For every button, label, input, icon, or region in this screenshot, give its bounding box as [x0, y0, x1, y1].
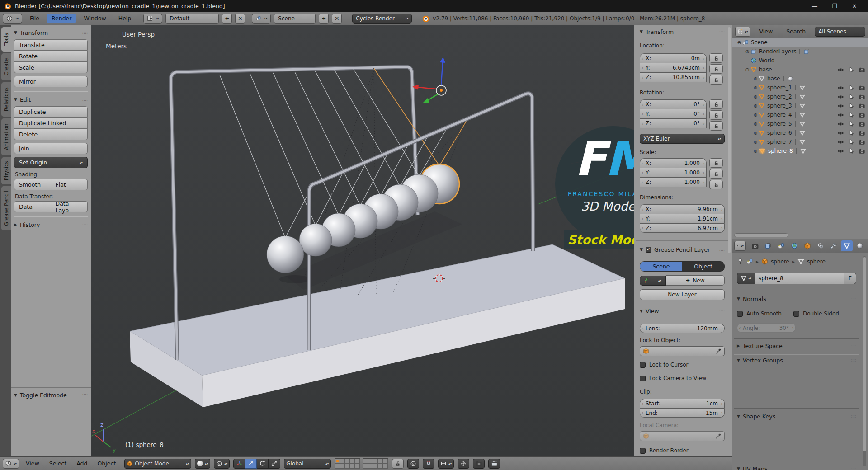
breadcrumb-data[interactable]: sphere — [807, 258, 826, 265]
renderability-camera-icon[interactable] — [859, 130, 865, 136]
menu-help[interactable]: Help — [114, 14, 136, 23]
mirror-button[interactable]: Mirror — [14, 76, 88, 87]
editor-type-button-properties[interactable]: ▴▾ — [734, 241, 746, 251]
maximize-button[interactable]: ❐ — [825, 0, 844, 12]
lock-icon[interactable] — [709, 169, 723, 179]
data-layout-button[interactable]: Data Layo — [51, 201, 88, 212]
expand-icon[interactable]: ⊕ — [752, 130, 759, 136]
lock-to-object-field[interactable] — [640, 346, 725, 356]
expand-icon[interactable]: ⊕ — [752, 85, 759, 91]
expand-icon[interactable]: ⊕ — [752, 103, 759, 109]
grease-pencil-checkbox[interactable] — [646, 247, 651, 253]
render-border-checkbox[interactable] — [640, 448, 646, 454]
snap-element-select[interactable]: ▴▾ — [438, 459, 454, 469]
panel-grip-icon[interactable] — [719, 29, 725, 34]
panel-grip-icon[interactable] — [851, 343, 856, 348]
panel-header-transform[interactable]: ▼Transform — [14, 28, 88, 37]
pencil-dropdown[interactable]: ▴▾ — [654, 276, 666, 286]
outliner-row-base-object[interactable]: ⊖ base — [732, 65, 868, 74]
visibility-eye-icon[interactable] — [837, 139, 844, 146]
manipulator-axis-button[interactable] — [233, 459, 245, 469]
datablock-type-dropdown[interactable]: ▴▾ — [737, 273, 755, 284]
tab-world[interactable] — [788, 240, 800, 251]
scene-field[interactable]: Scene — [274, 14, 316, 24]
lock-icon[interactable] — [709, 110, 723, 120]
editor-type-button-3dview[interactable]: ▴▾ — [3, 459, 19, 469]
render-engine-select[interactable]: Cycles Render▴▾ — [352, 14, 412, 24]
scene-icon-button[interactable]: ▴▾ — [252, 14, 271, 24]
tab-scene[interactable]: Scene — [640, 262, 682, 271]
new-grease-pencil-button[interactable]: +New — [666, 275, 725, 286]
layers-group-1[interactable] — [335, 458, 360, 469]
duplicate-button[interactable]: Duplicate — [14, 106, 88, 118]
outliner-menu-view[interactable]: View — [755, 27, 778, 36]
panel-grip-icon[interactable] — [82, 222, 88, 227]
lock-icon[interactable] — [709, 180, 723, 189]
scale-x-field[interactable]: X:1.000 — [640, 158, 707, 168]
lens-field[interactable]: Lens:120mm — [640, 324, 725, 333]
visibility-eye-icon[interactable] — [837, 148, 844, 155]
tab-material[interactable] — [854, 240, 866, 251]
outliner-row-scene[interactable]: ⊖ Scene — [732, 38, 868, 47]
pivot-point-select[interactable]: ▴▾ — [214, 459, 230, 469]
renderability-camera-icon[interactable] — [859, 66, 865, 73]
panel-header-uv-maps[interactable]: ▼UV Maps — [737, 464, 856, 470]
pin-icon[interactable] — [737, 258, 744, 265]
expand-icon[interactable]: ⊕ — [752, 148, 759, 154]
location-z-field[interactable]: Z:10.855cm — [640, 72, 707, 82]
panel-header-vertex-groups[interactable]: ▼Vertex Groups — [737, 356, 856, 365]
panel-header-toggle-editmode[interactable]: ▼Toggle Editmode — [14, 390, 88, 400]
menu-add[interactable]: Add — [73, 459, 90, 468]
collapse-icon[interactable]: ⊖ — [744, 67, 750, 73]
selectability-pointer-icon[interactable] — [848, 66, 854, 73]
scale-y-field[interactable]: Y:1.000 — [640, 168, 707, 177]
dimension-z-field[interactable]: Z:6.97cm — [640, 223, 725, 233]
outliner-row-sphere[interactable]: ⊕ sphere_3 — [732, 101, 868, 110]
renderability-camera-icon[interactable] — [859, 112, 865, 118]
lock-icon[interactable] — [709, 158, 723, 168]
snap-toggle-button[interactable] — [423, 459, 434, 469]
expand-icon[interactable]: ⊕ — [744, 49, 750, 55]
selectability-pointer-icon[interactable] — [848, 121, 854, 127]
outliner-horizontal-scrollbar[interactable] — [734, 233, 788, 237]
menu-window[interactable]: Window — [79, 14, 110, 23]
manipulator-scale-button[interactable] — [269, 459, 280, 469]
duplicate-linked-button[interactable]: Duplicate Linked — [14, 118, 88, 129]
visibility-eye-icon[interactable] — [837, 121, 844, 127]
menu-view[interactable]: View — [23, 459, 42, 468]
expand-icon[interactable]: ⊕ — [752, 139, 759, 145]
outliner-row-sphere[interactable]: ⊕ sphere_1 — [732, 83, 868, 92]
tab-relations[interactable]: Relations — [1, 82, 11, 117]
location-x-field[interactable]: X:0m — [640, 53, 707, 63]
panel-grip-icon[interactable] — [851, 358, 856, 362]
close-button[interactable]: ✕ — [844, 0, 864, 12]
outliner-row-base-data[interactable]: ⊕ base — [732, 74, 868, 83]
tab-modifiers[interactable] — [828, 240, 840, 251]
outliner-row-sphere[interactable]: ⊕ sphere_6 — [732, 128, 868, 137]
datablock-name-input[interactable]: sphere_8 — [755, 273, 844, 284]
panel-header-grease-pencil[interactable]: ▼Grease Pencil Layer — [640, 245, 725, 254]
lock-icon[interactable] — [709, 121, 723, 131]
delete-layout-button[interactable]: ✕ — [235, 14, 245, 24]
visibility-eye-icon[interactable] — [837, 85, 844, 91]
auto-smooth-checkbox[interactable] — [737, 311, 743, 317]
editor-type-button-outliner[interactable]: ▴▾ — [735, 27, 750, 37]
outliner-row-sphere[interactable]: ⊕ sphere_5 — [732, 119, 868, 128]
scale-z-field[interactable]: Z:1.000 — [640, 177, 707, 187]
lock-icon[interactable] — [709, 53, 723, 63]
new-layer-button[interactable]: New Layer — [640, 289, 725, 300]
panel-header-view[interactable]: ▼View — [640, 306, 725, 315]
panel-grip-icon[interactable] — [82, 97, 88, 102]
local-camera-field[interactable] — [640, 431, 725, 441]
data-button[interactable]: Data — [14, 201, 51, 212]
manipulator-translate-button[interactable] — [245, 459, 257, 469]
location-y-field[interactable]: Y:-6.6743cm — [640, 63, 707, 72]
visibility-eye-icon[interactable] — [837, 94, 844, 100]
lock-to-scene-button[interactable] — [392, 459, 404, 469]
clip-end-field[interactable]: End:15m — [640, 408, 725, 418]
outliner-display-filter[interactable]: All Scenes — [815, 27, 865, 37]
panel-grip-icon[interactable] — [82, 30, 88, 35]
tab-create[interactable]: Create — [1, 53, 11, 80]
delete-scene-button[interactable]: ✕ — [332, 14, 342, 24]
translate-button[interactable]: Translate — [14, 39, 88, 51]
